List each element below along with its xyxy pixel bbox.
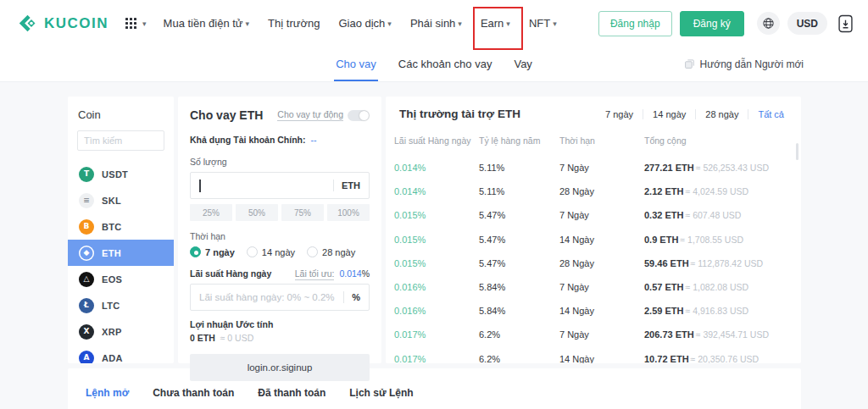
login-or-signup-button[interactable]: login.or.siginup (190, 354, 370, 381)
radio-icon (190, 246, 201, 257)
percent-button[interactable]: 100% (327, 204, 370, 221)
signup-button[interactable]: Đăng ký (680, 11, 744, 36)
market-row[interactable]: 0.015% 5.47% 28 Ngày 59.46 ETH≈ 112,878.… (394, 251, 787, 275)
coin-symbol: USDT (102, 169, 128, 180)
percent-button[interactable]: 75% (281, 204, 324, 221)
orders-tab-label: Đã thanh toán (258, 387, 326, 399)
coin-list-item[interactable]: △ EOS (68, 266, 174, 292)
nav-item[interactable]: Phái sinh ▾ (409, 14, 464, 33)
total-usd: ≈ 392,454.71 USD (696, 329, 769, 340)
orders-tab[interactable]: Chưa thanh toán (153, 387, 234, 399)
nav-item[interactable]: Thị trường ▾ (266, 14, 321, 33)
apps-grid-menu[interactable]: ▾ (125, 18, 147, 29)
subnav-tab[interactable]: Các khoản cho vay (398, 47, 492, 81)
market-table-header: Lãi suất Hàng ngày Tỷ lệ hàng năm Thời h… (386, 132, 801, 154)
kucoin-logo[interactable]: KUCOIN (17, 13, 108, 34)
coin-list-item[interactable]: Ł LTC (68, 292, 174, 318)
orders-tab[interactable]: Đã thanh toán (258, 387, 326, 399)
market-row[interactable]: 0.016% 5.84% 14 Ngày 2.59 ETH≈ 4,916.83 … (394, 299, 787, 323)
coin-search-input[interactable] (84, 135, 158, 146)
market-filter[interactable]: 28 ngày (695, 109, 748, 119)
auto-lend-toggle[interactable] (348, 110, 370, 121)
term-radio[interactable]: 14 ngày (247, 246, 295, 257)
market-filter[interactable]: Tất cả (748, 109, 787, 119)
coin-list-item[interactable]: ◆ ETH (68, 240, 174, 266)
market-row[interactable]: 0.014% 5.11% 7 Ngày 277.21 ETH≈ 526,253.… (394, 156, 787, 180)
market-filter-label: 28 ngày (705, 109, 738, 119)
download-app-icon (838, 14, 853, 33)
market-row[interactable]: 0.017% 6.2% 14 Ngày 10.72 ETH≈ 20,350.76… (394, 347, 787, 364)
market-row[interactable]: 0.015% 5.47% 7 Ngày 0.32 ETH≈ 607.48 USD (394, 203, 787, 227)
subnav-tabs: Cho vay Các khoản cho vay Vay (336, 47, 532, 81)
total-eth: 59.46 ETH (644, 258, 689, 268)
coin-list-item[interactable]: X XRP (68, 318, 174, 345)
term-radio-label: 28 ngày (322, 247, 355, 257)
percent-button[interactable]: 25% (190, 204, 232, 221)
coin-glyph: Ł (84, 301, 89, 309)
annual-rate-cell: 6.2% (479, 329, 559, 340)
term-options: 7 ngày 14 ngày 28 ngày (190, 246, 370, 257)
term-cell: 7 Ngày (559, 329, 644, 340)
rate-input[interactable] (199, 292, 336, 302)
beginner-guide-link[interactable]: Hướng dẫn Người mới (684, 47, 804, 81)
nav-item[interactable]: Mua tiền điện tử ▾ (162, 14, 252, 33)
market-row[interactable]: 0.017% 6.2% 7 Ngày 206.73 ETH≈ 392,454.7… (394, 323, 787, 346)
percent-button[interactable]: 50% (236, 204, 278, 221)
login-button[interactable]: Đăng nhập (598, 11, 672, 36)
optimal-rate-label[interactable]: Lãi tối ưu: (295, 268, 335, 280)
app-download-button[interactable] (838, 14, 853, 33)
market-row[interactable]: 0.016% 5.84% 7 Ngày 0.57 ETH≈ 1,082.08 U… (394, 275, 787, 299)
total-usd: ≈ 20,350.76 USD (691, 354, 759, 363)
nav-item-label: Giao dịch (338, 17, 385, 30)
optimal-rate-unit: % (362, 268, 370, 279)
funding-market-panel: Thị trường tài trợ ETH 7 ngày 14 ngày 28… (386, 97, 801, 363)
coin-glyph: A (84, 354, 90, 362)
grid-icon (125, 18, 136, 29)
market-filter[interactable]: 14 ngày (643, 109, 695, 119)
orders-tab[interactable]: Lịch sử Lệnh (349, 387, 413, 399)
coin-icon: ≡ (79, 193, 94, 208)
table-scrollbar[interactable] (796, 143, 798, 160)
amount-input[interactable] (203, 180, 326, 191)
subnav-tab[interactable]: Cho vay (336, 47, 376, 81)
market-row[interactable]: 0.015% 5.47% 14 Ngày 0.9 ETH≈ 1,708.55 U… (394, 228, 787, 251)
market-table-body: 0.014% 5.11% 7 Ngày 277.21 ETH≈ 526,253.… (386, 156, 801, 363)
nav-item[interactable]: Giao dịch ▾ (337, 14, 392, 33)
coin-list-item[interactable]: B BTC (68, 213, 174, 240)
rate-unit: % (352, 292, 360, 302)
orders-tab[interactable]: Lệnh mở (86, 387, 129, 399)
currency-selector[interactable]: USD (787, 12, 827, 35)
annual-rate-cell: 5.84% (479, 306, 559, 316)
nav-item-label: Phái sinh (410, 17, 455, 30)
coin-symbol: ADA (102, 353, 123, 363)
term-radio[interactable]: 28 ngày (307, 246, 355, 257)
market-filter[interactable]: 7 ngày (596, 109, 643, 119)
auto-lend-label[interactable]: Cho vay tự động (277, 109, 343, 121)
daily-rate-cell: 0.017% (394, 354, 479, 363)
daily-rate-cell: 0.016% (394, 282, 479, 292)
coin-glyph: ≡ (83, 196, 90, 204)
annual-rate-cell: 5.47% (479, 210, 559, 220)
chevron-down-icon: ▾ (553, 19, 557, 28)
daily-rate-cell: 0.015% (394, 235, 479, 245)
nav-item-label: Thị trường (268, 17, 320, 30)
guide-book-icon (684, 58, 695, 69)
annual-rate-cell: 5.84% (479, 282, 559, 292)
amount-unit: ETH (342, 180, 360, 191)
term-radio[interactable]: 7 ngày (190, 246, 235, 257)
percent-options: 25% 50% 75% 100% (190, 204, 370, 221)
nav-item[interactable]: NFT ▾ (527, 14, 559, 33)
coin-glyph: B (84, 223, 90, 230)
nav-item[interactable]: Earn ▾ (479, 14, 512, 33)
coin-list-item[interactable]: ≡ SKL (68, 187, 174, 213)
coin-glyph: X (84, 328, 90, 335)
subnav-tab[interactable]: Vay (514, 47, 531, 81)
language-globe-button[interactable] (757, 12, 780, 35)
coin-list-item[interactable]: T USDT (68, 161, 174, 187)
daily-rate-cell: 0.014% (394, 163, 479, 173)
total-eth: 2.59 ETH (644, 306, 683, 316)
input-divider (343, 291, 344, 303)
market-row[interactable]: 0.014% 5.11% 28 Ngày 2.12 ETH≈ 4,024.59 … (394, 180, 787, 203)
coin-list-item[interactable]: A ADA (68, 345, 174, 363)
total-usd: ≈ 526,253.43 USD (696, 163, 769, 173)
